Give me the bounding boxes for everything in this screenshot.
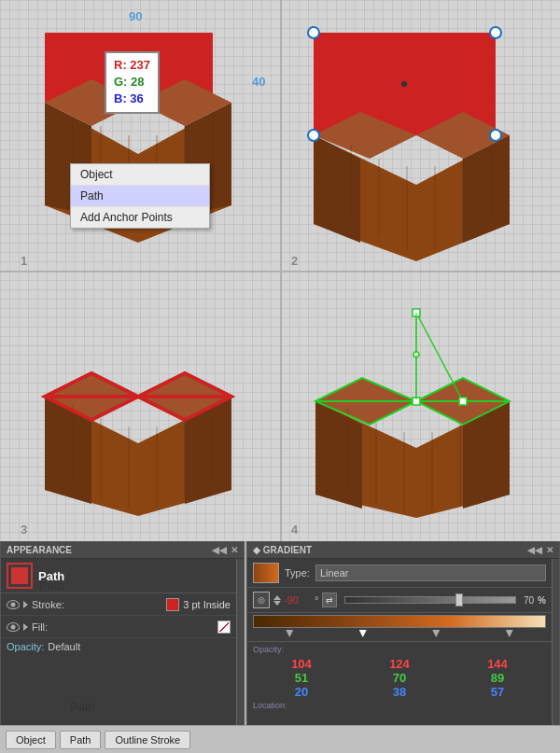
grad-b2: 38 bbox=[351, 685, 448, 699]
opacity-label: Opacity: bbox=[7, 641, 44, 652]
gradient-bar-container bbox=[247, 613, 552, 642]
q3-illustration bbox=[26, 285, 259, 518]
context-menu[interactable]: Object Path Add Anchor Points bbox=[70, 163, 210, 229]
bottom-panels: APPEARANCE ◀◀ ✕ Path Stroke: bbox=[0, 541, 560, 753]
stroke-label: Stroke: bbox=[32, 599, 162, 610]
fill-row: Fill: bbox=[1, 616, 236, 638]
angle-deg: ° bbox=[315, 594, 318, 606]
gradient-g-row: 51 70 89 bbox=[247, 671, 552, 685]
grad-g1: 51 bbox=[253, 671, 350, 685]
q2-illustration bbox=[297, 19, 539, 261]
ruler-vertical: 40 bbox=[252, 75, 265, 89]
stroke-row: Stroke: 3 pt Inside bbox=[1, 593, 236, 616]
gradient-values-row: Opacity: bbox=[247, 642, 552, 657]
grad-r2: 124 bbox=[351, 657, 448, 671]
q3-path-label: Path bbox=[39, 579, 64, 593]
svg-rect-62 bbox=[459, 397, 467, 405]
grad-r1: 104 bbox=[253, 657, 350, 671]
grad-b3: 57 bbox=[449, 685, 546, 699]
gradient-panel-header: ◆ GRADIENT ◀◀ ✕ bbox=[247, 542, 559, 559]
gradient-panel-inner: Type: Linear Radial ◎ -90 bbox=[247, 559, 559, 752]
stroke-info: 3 pt Inside bbox=[183, 599, 231, 610]
svg-point-24 bbox=[308, 27, 319, 38]
color-info-popup: R: 237 G: 28 B: 36 bbox=[105, 51, 160, 114]
gradient-content: Type: Linear Radial ◎ -90 bbox=[247, 559, 552, 752]
grad-r3: 144 bbox=[449, 657, 546, 671]
stroke-visibility-eye[interactable] bbox=[7, 600, 20, 609]
gradient-slider[interactable] bbox=[344, 596, 516, 604]
bottom-toolbar: Object Path Outline Stroke bbox=[0, 725, 560, 753]
stroke-color-swatch[interactable] bbox=[166, 598, 179, 611]
fill-color-swatch[interactable] bbox=[217, 621, 231, 634]
reverse-gradient-btn[interactable]: ⇄ bbox=[322, 593, 337, 607]
appearance-scrollbar[interactable] bbox=[236, 559, 244, 752]
context-menu-add-anchor[interactable]: Add Anchor Points bbox=[71, 207, 209, 228]
appearance-panel-header: APPEARANCE ◀◀ ✕ bbox=[1, 542, 244, 559]
angle-up-arrow[interactable] bbox=[273, 595, 281, 600]
object-button[interactable]: Object bbox=[6, 731, 56, 749]
gradient-stop-4[interactable] bbox=[506, 630, 513, 637]
angle-area: -90 ° bbox=[273, 594, 318, 606]
gradient-rgb-grid: 104 124 144 bbox=[247, 657, 552, 671]
opacity-row: Opacity: Default bbox=[1, 638, 236, 655]
path-swatch-inner bbox=[11, 567, 28, 584]
outline-stroke-button[interactable]: Outline Stroke bbox=[105, 731, 190, 749]
fill-visibility-eye[interactable] bbox=[7, 622, 20, 632]
svg-point-28 bbox=[401, 81, 407, 87]
grad-b1: 20 bbox=[253, 685, 350, 699]
appearance-header-buttons: ◀◀ ✕ bbox=[212, 545, 238, 555]
location-label: Location: bbox=[247, 699, 552, 712]
bottom-path-label: Path bbox=[70, 700, 95, 714]
color-r-value: R: 237 bbox=[114, 57, 150, 74]
angle-icon: ◎ bbox=[253, 592, 270, 608]
gradient-collapse-btn[interactable]: ◀◀ bbox=[527, 545, 542, 555]
appearance-title: APPEARANCE bbox=[7, 545, 72, 555]
appearance-collapse-btn[interactable]: ◀◀ bbox=[212, 545, 227, 555]
appearance-panel-inner: Path Stroke: 3 pt Inside Fill: bbox=[1, 559, 244, 752]
opacity-sub-label: Opacity: bbox=[253, 644, 546, 655]
gradient-preview-swatch[interactable] bbox=[253, 563, 279, 583]
color-g-value: G: 28 bbox=[114, 74, 150, 91]
svg-point-27 bbox=[490, 130, 501, 141]
gradient-panel: ◆ GRADIENT ◀◀ ✕ Type: Linear Radial bbox=[246, 541, 560, 753]
gradient-stop-2[interactable] bbox=[359, 630, 367, 637]
q4-illustration bbox=[297, 285, 539, 527]
gradient-controls-row: ◎ -90 ° ⇄ 70 % bbox=[247, 588, 552, 613]
vertical-divider bbox=[280, 0, 282, 541]
gradient-stops bbox=[253, 628, 546, 639]
gradient-slider-value: 70 bbox=[524, 595, 534, 606]
opacity-value: Default bbox=[48, 641, 231, 652]
appearance-close-btn[interactable]: ✕ bbox=[231, 545, 238, 555]
gradient-slider-thumb[interactable] bbox=[455, 593, 463, 607]
svg-line-58 bbox=[416, 313, 463, 401]
angle-value: -90 bbox=[284, 594, 312, 606]
angle-down-arrow[interactable] bbox=[273, 601, 281, 606]
quad-label-1: 1 bbox=[21, 254, 27, 268]
path-button[interactable]: Path bbox=[60, 731, 102, 749]
gradient-scrollbar[interactable] bbox=[552, 559, 559, 752]
gradient-slider-pct: % bbox=[538, 595, 546, 606]
gradient-header-buttons: ◀◀ ✕ bbox=[527, 545, 553, 555]
gradient-left-col: Opacity: bbox=[253, 644, 546, 655]
path-swatch-icon bbox=[7, 563, 33, 589]
gradient-type-label: Type: bbox=[285, 567, 310, 579]
gradient-close-btn[interactable]: ✕ bbox=[546, 545, 553, 555]
fill-label: Fill: bbox=[32, 621, 214, 633]
context-menu-object[interactable]: Object bbox=[71, 164, 209, 186]
stroke-expand-arrow[interactable] bbox=[23, 601, 28, 608]
gradient-type-row: Type: Linear Radial bbox=[247, 559, 552, 588]
gradient-stop-3[interactable] bbox=[432, 630, 440, 637]
angle-arrows bbox=[273, 595, 281, 606]
appearance-path-title-row: Path bbox=[1, 559, 236, 593]
quad-label-3: 3 bbox=[21, 523, 27, 537]
color-b-value: B: 36 bbox=[114, 91, 150, 107]
appearance-content: Path Stroke: 3 pt Inside Fill: bbox=[1, 559, 236, 752]
context-menu-path[interactable]: Path bbox=[71, 186, 209, 207]
gradient-type-select[interactable]: Linear Radial bbox=[315, 565, 546, 581]
grad-g3: 89 bbox=[449, 671, 546, 685]
svg-point-25 bbox=[490, 27, 501, 38]
gradient-title: ◆ GRADIENT bbox=[253, 545, 312, 555]
gradient-bar[interactable] bbox=[253, 615, 546, 628]
fill-expand-arrow[interactable] bbox=[23, 623, 28, 631]
gradient-stop-1[interactable] bbox=[286, 630, 293, 637]
